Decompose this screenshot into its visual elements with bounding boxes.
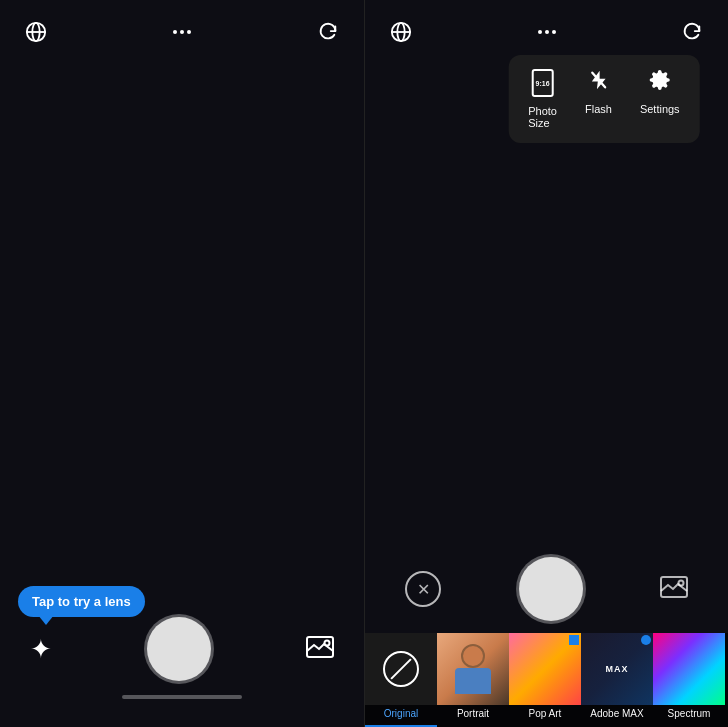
lens-thumb-adobemax: MAX [581,633,653,705]
bottom-bar-left: Tap to try a lens ✦ [0,607,364,727]
shutter-button-left[interactable] [147,617,211,681]
lens-item-adobemax[interactable]: MAX Adobe MAX [581,633,653,727]
svg-point-11 [679,581,684,586]
lens-item-original[interactable]: Original [365,633,437,727]
portrait-person-icon [455,644,491,694]
lens-label-original: Original [384,708,418,719]
camera-controls-row: ✦ [20,617,344,681]
three-dots-icon-right [538,30,556,34]
no-lens-icon [383,651,419,687]
lens-item-spectrum[interactable]: Spectrum [653,633,725,727]
left-panel: Tap to try a lens ✦ [0,0,364,727]
home-indicator-left [122,695,242,699]
lens-label-spectrum: Spectrum [668,708,711,719]
gallery-icon-right[interactable] [660,574,688,604]
flash-menu-item[interactable]: Flash [585,69,612,115]
lens-thumb-original [365,633,437,705]
lens-label-portrait: Portrait [457,708,489,719]
left-top-bar [0,0,364,64]
flash-icon [587,69,609,95]
badge-adobemax [641,635,651,645]
bottom-bar-right: ✕ Original [365,549,728,727]
adobemax-text: MAX [606,664,629,675]
lens-item-portrait[interactable]: Portrait [437,633,509,727]
sparkle-icon[interactable]: ✦ [30,634,52,665]
svg-point-4 [325,641,330,646]
lens-thumb-spectrum [653,633,725,705]
settings-label: Settings [640,103,680,115]
refresh-icon-right[interactable] [674,14,710,50]
photo-size-icon: 9:16 [532,69,554,97]
refresh-icon-left[interactable] [310,14,346,50]
flash-label: Flash [585,103,612,115]
photo-size-menu-item[interactable]: 9:16 Photo Size [528,69,557,129]
three-dots-icon [173,30,191,34]
shutter-button-right[interactable] [519,557,583,621]
settings-icon [649,69,671,95]
settings-menu-item[interactable]: Settings [640,69,680,115]
more-options-right[interactable] [529,14,565,50]
lens-label-adobemax: Adobe MAX [590,708,643,719]
lens-label-popart: Pop Art [529,708,562,719]
globe-icon-right[interactable] [383,14,419,50]
photo-size-label: Photo Size [528,105,557,129]
camera-dropdown-menu: 9:16 Photo Size Flash Settings [508,55,699,143]
right-panel: 9:16 Photo Size Flash Settings [364,0,728,727]
lens-thumb-popart [509,633,581,705]
close-lens-button[interactable]: ✕ [405,571,441,607]
camera-action-row: ✕ [365,549,728,633]
lens-tooltip: Tap to try a lens [18,586,145,617]
lens-thumb-portrait [437,633,509,705]
lens-item-popart[interactable]: Pop Art [509,633,581,727]
gallery-icon-left[interactable] [306,634,334,664]
globe-icon-left[interactable] [18,14,54,50]
lens-strip: Original Portrait Pop Art [365,633,728,727]
badge-popart [569,635,579,645]
more-options-left[interactable] [164,14,200,50]
